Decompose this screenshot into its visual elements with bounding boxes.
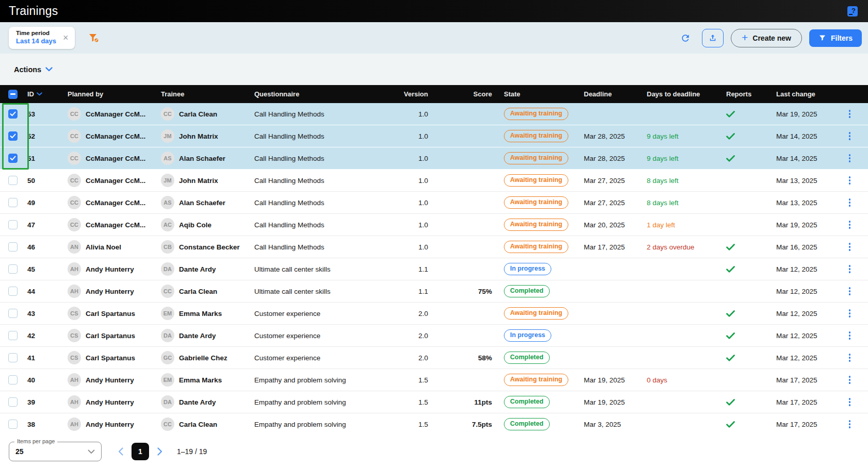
report-check-icon[interactable] bbox=[726, 133, 735, 140]
column-header-version[interactable]: Version bbox=[397, 90, 432, 98]
row-checkbox[interactable] bbox=[8, 198, 18, 207]
kebab-menu-icon[interactable] bbox=[847, 374, 853, 386]
table-row[interactable]: 42CSCarl SpartanusDADante ArdyCustomer e… bbox=[0, 325, 868, 347]
table-row[interactable]: 38AHAndy HunterryCCCarla CleanEmpathy an… bbox=[0, 413, 868, 432]
refresh-button[interactable] bbox=[680, 33, 691, 43]
report-check-icon[interactable] bbox=[726, 155, 735, 162]
kebab-menu-icon[interactable] bbox=[847, 396, 853, 408]
kebab-menu-icon[interactable] bbox=[847, 174, 853, 187]
avatar: DA bbox=[161, 395, 174, 409]
table-row[interactable]: 45AHAndy HunterryDADante ArdyUltimate ca… bbox=[0, 258, 868, 280]
row-checkbox[interactable] bbox=[8, 375, 18, 385]
report-check-icon[interactable] bbox=[726, 111, 735, 118]
kebab-menu-icon[interactable] bbox=[847, 130, 853, 142]
kebab-menu-icon[interactable] bbox=[847, 263, 853, 275]
time-period-filter-chip[interactable]: Time period Last 14 days × bbox=[9, 27, 75, 49]
row-checkbox[interactable] bbox=[8, 176, 18, 185]
report-check-icon[interactable] bbox=[726, 421, 735, 428]
row-checkbox[interactable] bbox=[8, 109, 18, 119]
table-row[interactable]: 44AHAndy HunterryCCCarla CleanUltimate c… bbox=[0, 280, 868, 303]
column-header-days-to-deadline[interactable]: Days to deadline bbox=[645, 90, 722, 98]
items-per-page-select[interactable]: Items per page 25 bbox=[9, 442, 102, 461]
column-header-score[interactable]: Score bbox=[432, 90, 496, 98]
column-header-reports[interactable]: Reports bbox=[722, 90, 776, 98]
column-label: Version bbox=[404, 90, 428, 98]
column-header-last-change[interactable]: Last change bbox=[776, 90, 831, 98]
create-new-button[interactable]: + Create new bbox=[731, 29, 802, 47]
reports-cell bbox=[722, 244, 776, 250]
kebab-menu-icon[interactable] bbox=[847, 352, 853, 364]
export-button[interactable] bbox=[702, 29, 724, 47]
kebab-menu-icon[interactable] bbox=[847, 108, 853, 120]
trainee-name: John Matrix bbox=[179, 132, 218, 140]
select-all-checkbox[interactable] bbox=[8, 90, 18, 99]
table-row[interactable]: 49CCCcManager CcM...ASAlan SchaeferCall … bbox=[0, 192, 868, 214]
report-check-icon[interactable] bbox=[726, 355, 735, 361]
filters-button[interactable]: Filters bbox=[809, 29, 862, 47]
column-header-planned-by[interactable]: Planned by bbox=[64, 90, 158, 98]
previous-page-button[interactable] bbox=[116, 445, 125, 458]
filter-toolbar: Time period Last 14 days × + Create new … bbox=[0, 22, 868, 54]
table-row[interactable]: 40AHAndy HunterryEMEmma MarksEmpathy and… bbox=[0, 369, 868, 391]
planned-by-cell: CCCcManager CcM... bbox=[64, 174, 158, 187]
chip-label: Time period bbox=[16, 29, 56, 38]
kebab-menu-icon[interactable] bbox=[847, 241, 853, 253]
kebab-menu-icon[interactable] bbox=[847, 219, 853, 231]
help-icon[interactable]: ? bbox=[847, 6, 858, 16]
kebab-menu-icon[interactable] bbox=[847, 196, 853, 209]
row-checkbox[interactable] bbox=[8, 154, 18, 163]
table-row[interactable]: 50CCCcManager CcM...JMJohn MatrixCall Ha… bbox=[0, 170, 868, 192]
table-row[interactable]: 53CCCcManager CcM...CCCarla CleanCall Ha… bbox=[0, 103, 868, 125]
kebab-menu-icon[interactable] bbox=[847, 285, 853, 297]
table-row[interactable]: 41CSCarl SpartanusGCGabrielle ChezCustom… bbox=[0, 347, 868, 369]
row-checkbox[interactable] bbox=[8, 242, 18, 252]
row-checkbox[interactable] bbox=[8, 287, 18, 296]
questionnaire-cell: Call Handling Methods bbox=[252, 177, 397, 185]
row-checkbox[interactable] bbox=[8, 264, 18, 274]
report-check-icon[interactable] bbox=[726, 310, 735, 317]
table-row[interactable]: 46ANAlivia NoelCBConstance BeckerCall Ha… bbox=[0, 236, 868, 258]
row-checkbox[interactable] bbox=[8, 420, 18, 429]
kebab-menu-icon[interactable] bbox=[847, 307, 853, 320]
row-checkbox-cell bbox=[0, 198, 23, 207]
row-checkbox[interactable] bbox=[8, 353, 18, 362]
row-checkbox[interactable] bbox=[8, 131, 18, 141]
column-header-deadline[interactable]: Deadline bbox=[582, 90, 645, 98]
table-row[interactable]: 47CCCcManager CcM...ACAqib ColeCall Hand… bbox=[0, 214, 868, 236]
clear-filters-icon[interactable] bbox=[88, 33, 100, 43]
row-checkbox[interactable] bbox=[8, 331, 18, 340]
questionnaire-cell: Empathy and problem solving bbox=[252, 421, 397, 428]
row-checkbox[interactable] bbox=[8, 220, 18, 229]
actions-label: Actions bbox=[14, 65, 41, 74]
row-checkbox[interactable] bbox=[8, 309, 18, 318]
column-header-questionnaire[interactable]: Questionnaire bbox=[252, 90, 397, 98]
report-check-icon[interactable] bbox=[726, 266, 735, 273]
table-row[interactable]: 51CCCcManager CcM...ASAlan SchaeferCall … bbox=[0, 147, 868, 170]
kebab-menu-icon[interactable] bbox=[847, 329, 853, 342]
actions-menu-button[interactable]: Actions bbox=[14, 65, 53, 74]
report-check-icon[interactable] bbox=[726, 399, 735, 406]
report-check-icon[interactable] bbox=[726, 332, 735, 339]
kebab-menu-icon[interactable] bbox=[847, 152, 853, 164]
close-icon[interactable]: × bbox=[63, 33, 69, 42]
column-header-state[interactable]: State bbox=[496, 90, 582, 98]
row-id: 42 bbox=[23, 332, 64, 340]
state-cell: Awaiting training bbox=[496, 196, 582, 209]
current-page-button[interactable]: 1 bbox=[132, 443, 149, 460]
kebab-menu-icon[interactable] bbox=[847, 418, 853, 430]
column-header-id[interactable]: ID bbox=[23, 90, 64, 98]
next-page-button[interactable] bbox=[155, 445, 165, 458]
column-label: Score bbox=[473, 90, 492, 98]
status-badge: Awaiting training bbox=[504, 108, 568, 121]
table-row[interactable]: 52CCCcManager CcM...JMJohn MatrixCall Ha… bbox=[0, 125, 868, 147]
days-to-deadline-value: 0 days bbox=[647, 376, 667, 384]
table-row[interactable]: 39AHAndy HunterryDADante ArdyEmpathy and… bbox=[0, 391, 868, 413]
column-header-trainee[interactable]: Trainee bbox=[158, 90, 252, 98]
last-change-cell: Mar 16, 2025 bbox=[776, 243, 831, 251]
version-cell: 1.0 bbox=[397, 155, 432, 162]
report-check-icon[interactable] bbox=[726, 244, 735, 250]
row-checkbox[interactable] bbox=[8, 397, 18, 407]
last-change-cell: Mar 14, 2025 bbox=[776, 155, 831, 162]
table-row[interactable]: 43CSCarl SpartanusEMEmma MarksCustomer e… bbox=[0, 303, 868, 325]
planned-by-cell: ANAlivia Noel bbox=[64, 240, 158, 254]
